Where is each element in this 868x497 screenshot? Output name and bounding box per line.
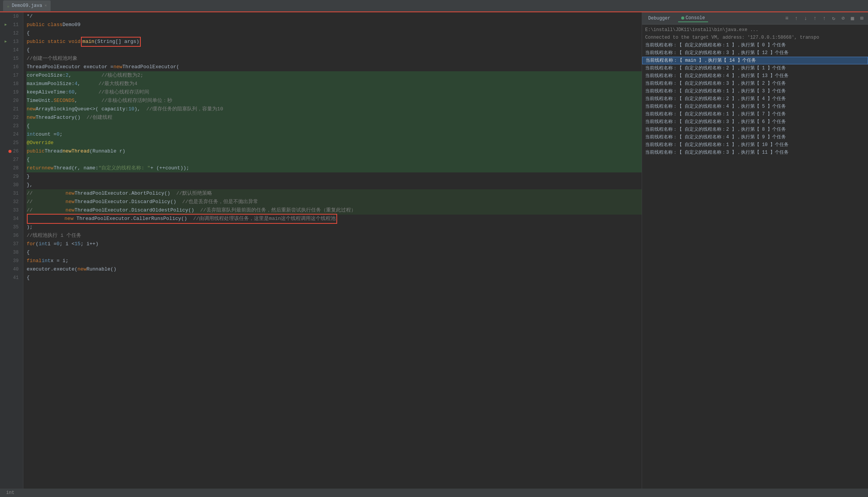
line-num-text: 30 — [13, 181, 18, 189]
line-num-text: 41 — [13, 274, 18, 282]
console-output-line: 当前线程名称：【 自定义的线程名称：2 】，执行第【 1 】个任务 — [642, 64, 868, 72]
console-output-line: 当前线程名称：【 自定义的线程名称：4 】，执行第【 9 】个任务 — [642, 133, 868, 141]
console-panel: Debugger Console ≡ ↑ ↓ ↑ ↑ ↻ ⊘ ▦ ⊞ E:\in… — [642, 12, 868, 497]
line-number-22: 22 — [3, 113, 20, 122]
status-bar: int — [0, 489, 868, 497]
toolbar-grid-btn[interactable]: ▦ — [849, 14, 855, 22]
tab-bar: ☕ Demo09.java × — [0, 0, 868, 12]
debugger-tab[interactable]: Debugger — [645, 15, 674, 22]
line-num-text: 36 — [13, 231, 18, 240]
toolbar-menu-btn[interactable]: ≡ — [784, 15, 790, 22]
console-output-line: 当前线程名称：【 自定义的线程名称：3 】，执行第【 12 】个任务 — [642, 49, 868, 57]
line-number-39: 39 — [3, 257, 20, 265]
debugger-label: Debugger — [648, 16, 670, 21]
line-num-text: 34 — [13, 215, 18, 223]
line-num-text: 26 — [13, 147, 18, 156]
console-output-line: 当前线程名称：【 自定义的线程名称：1 】，执行第【 0 】个任务 — [642, 41, 868, 49]
line-number-19: 19 — [3, 88, 20, 97]
console-label: Console — [686, 15, 705, 21]
line-number-25: 25 — [3, 139, 20, 147]
line-number-37: 37 — [3, 240, 20, 248]
console-toolbar: ≡ ↑ ↓ ↑ ↑ ↻ ⊘ ▦ ⊞ — [784, 14, 865, 22]
console-body: E:\install\JDK11\install\bin\java.exe ..… — [642, 25, 868, 497]
line-num-text: 31 — [13, 189, 18, 198]
file-tab[interactable]: ☕ Demo09.java × — [3, 0, 51, 11]
line-num-text: 35 — [13, 223, 18, 231]
line-num-text: 27 — [13, 156, 18, 164]
toolbar-refresh-btn[interactable]: ↻ — [830, 14, 837, 22]
console-output-line: Connected to the target VM, address: '12… — [642, 34, 868, 41]
line-num-text: 13 — [13, 38, 18, 46]
line-num-text: 33 — [13, 206, 18, 215]
line-num-text: 32 — [13, 198, 18, 206]
console-output-line: 当前线程名称：【 自定义的线程名称：4 】，执行第【 13 】个任务 — [642, 72, 868, 80]
line-number-31: 31 — [3, 189, 20, 198]
line-num-text: 22 — [13, 113, 18, 122]
tab-filename: Demo09.java — [12, 3, 42, 8]
line-number-36: 36 — [3, 231, 20, 240]
line-number-28: 28 — [3, 164, 20, 172]
line-num-text: 40 — [13, 265, 18, 274]
line-num-text: 18 — [13, 80, 18, 88]
line-num-text: 24 — [13, 130, 18, 139]
line-num-text: 20 — [13, 97, 18, 105]
line-num-text: 25 — [13, 139, 18, 147]
toolbar-expand-btn[interactable]: ⊞ — [859, 14, 865, 22]
line-number-12: 12 — [3, 29, 20, 38]
line-number-38: 38 — [3, 248, 20, 257]
line-num-text: 37 — [13, 240, 18, 248]
line-number-11: ▶11 — [3, 21, 20, 29]
line-number-30: 30 — [3, 181, 20, 189]
line-num-text: 15 — [13, 54, 18, 63]
line-number-14: 14 — [3, 46, 20, 54]
line-number-27: 27 — [3, 156, 20, 164]
line-number-29: 29 — [3, 172, 20, 181]
breakpoint-dot[interactable] — [8, 150, 12, 153]
line-num-text: 21 — [13, 105, 18, 113]
line-number-41: 41 — [3, 274, 20, 282]
line-num-text: 23 — [13, 122, 18, 130]
line-number-21: 21 — [3, 105, 20, 113]
console-output-line: E:\install\JDK11\install\bin\java.exe ..… — [642, 26, 868, 34]
run-arrow-icon: ▶ — [5, 38, 7, 46]
line-num-text: 14 — [13, 46, 18, 54]
tab-close-button[interactable]: × — [44, 3, 47, 8]
line-numbers: 10▶1112▶13141516171819202122232425262728… — [0, 12, 23, 497]
line-num-text: 28 — [13, 164, 18, 172]
line-number-16: 16 — [3, 63, 20, 71]
line-num-text: 29 — [13, 172, 18, 181]
line-number-13: ▶13 — [3, 38, 20, 46]
line-number-32: 32 — [3, 198, 20, 206]
line-number-17: 17 — [3, 71, 20, 80]
line-number-35: 35 — [3, 223, 20, 231]
line-num-text: 12 — [13, 29, 18, 38]
console-output-line: 当前线程名称：【 自定义的线程名称：2 】，执行第【 8 】个任务 — [642, 126, 868, 133]
line-num-text: 11 — [13, 21, 18, 29]
line-num-text: 17 — [13, 71, 18, 80]
line-number-40: 40 — [3, 265, 20, 274]
console-header: Debugger Console ≡ ↑ ↓ ↑ ↑ ↻ ⊘ ▦ ⊞ — [642, 12, 868, 25]
toolbar-up-btn[interactable]: ↑ — [793, 15, 799, 22]
toolbar-up2-btn[interactable]: ↑ — [812, 15, 818, 22]
toolbar-stop-btn[interactable]: ⊘ — [840, 14, 846, 22]
console-output-line: 当前线程名称：【 自定义的线程名称：3 】，执行第【 2 】个任务 — [642, 80, 868, 87]
console-output-line: 当前线程名称：【 自定义的线程名称：1 】，执行第【 10 】个任务 — [642, 141, 868, 149]
main-area: 10▶1112▶13141516171819202122232425262728… — [0, 12, 868, 497]
line-number-15: 15 — [3, 54, 20, 63]
console-output-line: 当前线程名称：【 自定义的线程名称：3 】，执行第【 11 】个任务 — [642, 149, 868, 156]
line-num-text: 19 — [13, 88, 18, 97]
console-tab[interactable]: Console — [678, 15, 708, 22]
run-arrow-icon: ▶ — [5, 21, 7, 29]
java-file-icon: ☕ — [7, 3, 10, 8]
console-output-line: 当前线程名称：【 自定义的线程名称：2 】，执行第【 4 】个任务 — [642, 95, 868, 103]
toolbar-up3-btn[interactable]: ↑ — [821, 15, 827, 22]
toolbar-down-btn[interactable]: ↓ — [802, 15, 809, 22]
console-output-line: 当前线程名称：【 自定义的线程名称：1 】，执行第【 3 】个任务 — [642, 87, 868, 95]
line-number-23: 23 — [3, 122, 20, 130]
line-number-26: 26 — [3, 147, 20, 156]
line-num-text: 38 — [13, 248, 18, 257]
console-output-line: 当前线程名称：【 自定义的线程名称：1 】，执行第【 7 】个任务 — [642, 110, 868, 118]
line-number-33: 33 — [3, 206, 20, 215]
console-output-line: 当前线程名称：【 自定义的线程名称：3 】，执行第【 6 】个任务 — [642, 118, 868, 126]
console-active-dot — [681, 16, 684, 20]
